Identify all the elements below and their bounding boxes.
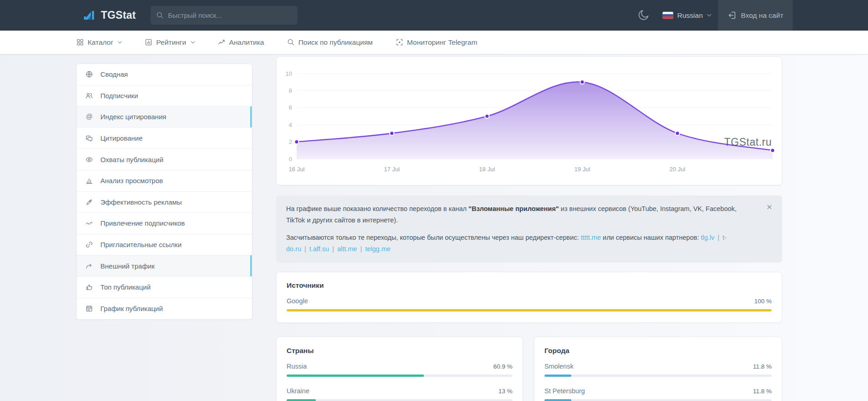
sidebar-item-label: График публикаций <box>100 305 163 312</box>
nav-label: Рейтинги <box>156 38 186 47</box>
sidebar-item-post-schedule[interactable]: График публикаций <box>77 298 252 320</box>
login-button[interactable]: Вход на сайт <box>718 0 793 31</box>
close-icon[interactable]: × <box>767 202 772 211</box>
country-row: Russia 60.9 % <box>287 363 512 377</box>
moon-icon <box>637 9 651 21</box>
sidebar-item-citation[interactable]: Цитирование <box>77 128 252 149</box>
svg-text:2: 2 <box>289 138 292 145</box>
nav-item-catalog[interactable]: Каталог <box>76 38 122 47</box>
source-label: Google <box>287 297 308 305</box>
nav-item-analytics[interactable]: Аналитика <box>218 38 264 47</box>
users-icon <box>85 92 93 100</box>
info-paragraph-1: На графике выше показано количество пере… <box>286 203 744 226</box>
sidebar-item-invite-links[interactable]: Пригласительные ссылки <box>77 234 252 256</box>
external-traffic-chart-card: 024681016 Jul17 Jul18 Jul19 Jul20 Jul TG… <box>276 56 782 185</box>
search-input[interactable] <box>168 11 292 19</box>
partner-link[interactable]: t.aff.su <box>309 245 329 253</box>
sidebar-item-summary[interactable]: Сводная <box>77 64 252 85</box>
rocket-icon <box>85 198 93 206</box>
city-row: St Petersburg 11.8 % <box>544 387 772 401</box>
language-selector[interactable]: Russian <box>663 0 711 31</box>
sidebar-item-label: Топ публикаций <box>100 283 151 291</box>
sidebar-item-label: Внешний трафик <box>100 262 155 270</box>
svg-text:16 Jul: 16 Jul <box>289 166 305 173</box>
traffic-chart-svg: 024681016 Jul17 Jul18 Jul19 Jul20 Jul <box>277 57 782 185</box>
source-row: Google 100 % <box>287 297 772 311</box>
grid-icon <box>76 38 84 46</box>
link-icon <box>85 241 93 248</box>
country-row: Ukraine 13 % <box>287 387 512 401</box>
city-value: 11.8 % <box>753 363 772 370</box>
redirect-service-link[interactable]: ttttt.me <box>580 234 601 241</box>
nav-item-post-search[interactable]: Поиск по публикациям <box>287 38 373 47</box>
sidebar-item-label: Цитирование <box>100 134 143 142</box>
city-label: St Petersburg <box>544 387 585 395</box>
nav-label: Мониторинг Telegram <box>407 38 477 47</box>
sidebar-item-citation-index[interactable]: @ Индекс цитирования <box>77 106 252 128</box>
sidebar-item-external-traffic[interactable]: Внешний трафик <box>77 255 252 277</box>
svg-text:8: 8 <box>289 87 292 94</box>
scan-target-icon <box>396 38 403 46</box>
thumbs-up-icon <box>85 283 93 291</box>
trend-line-icon <box>218 38 225 46</box>
tgstat-watermark: TGStat.ru <box>724 136 772 148</box>
dark-mode-toggle[interactable] <box>637 9 651 22</box>
progress-track <box>287 309 772 311</box>
progress-track <box>287 399 512 401</box>
source-value: 100 % <box>754 298 772 305</box>
country-label: Ukraine <box>287 387 309 395</box>
globe-icon <box>85 70 93 78</box>
city-value: 11.8 % <box>753 388 772 395</box>
progress-fill <box>287 399 316 401</box>
sidebar-item-label: Подписчики <box>100 92 138 100</box>
sources-title: Источники <box>287 281 772 290</box>
sidebar-item-subscriber-acquisition[interactable]: Привлечение подписчиков <box>77 213 252 234</box>
sidebar-item-label: Индекс цитирования <box>100 113 166 121</box>
country-value: 13 % <box>498 388 512 395</box>
svg-text:6: 6 <box>289 104 292 111</box>
bar-chart-square-icon <box>145 38 152 46</box>
chevron-down-icon <box>707 14 711 17</box>
login-label: Вход на сайт <box>741 11 784 20</box>
sidebar-item-top-posts[interactable]: Топ публикаций <box>77 277 252 298</box>
sources-card: Источники Google 100 % <box>276 272 782 323</box>
sidebar-item-ad-effectiveness[interactable]: Эффективность рекламы <box>77 192 252 213</box>
nav-item-telegram-monitoring[interactable]: Мониторинг Telegram <box>396 38 477 47</box>
channel-name: "Взломанные приложения" <box>469 205 559 212</box>
svg-text:4: 4 <box>289 121 292 128</box>
info-paragraph-2: Засчитываются только те переходы, которы… <box>286 232 744 255</box>
redirect-arrow-icon <box>85 262 93 270</box>
partner-link[interactable]: telgg.me <box>365 245 391 253</box>
top-navbar: TGStat Russian Вход на сайт <box>0 0 868 31</box>
sidebar-item-label: Охваты публикаций <box>100 156 163 164</box>
svg-text:17 Jul: 17 Jul <box>384 166 400 173</box>
tgstat-logo[interactable]: TGStat <box>82 0 136 31</box>
info-text: На графике выше показано количество пере… <box>286 205 469 212</box>
chat-bubbles-icon <box>85 134 93 142</box>
search-icon <box>287 38 295 46</box>
sidebar-item-views-analysis[interactable]: Анализ просмотров <box>77 170 252 192</box>
city-row: Smolensk 11.8 % <box>544 363 772 377</box>
sidebar-item-label: Пригласительные ссылки <box>100 241 182 248</box>
wave-line-icon <box>85 219 93 227</box>
quick-search[interactable] <box>151 6 298 25</box>
channel-sidebar: Сводная Подписчики @ Индекс цитирования … <box>76 63 252 320</box>
partner-link[interactable]: altt.me <box>337 245 357 253</box>
progress-track <box>544 399 772 401</box>
sidebar-item-post-reach[interactable]: Охваты публикаций <box>77 149 252 170</box>
separator: | <box>360 245 362 253</box>
progress-fill <box>287 375 424 377</box>
separator: | <box>718 234 720 241</box>
sidebar-item-subscribers[interactable]: Подписчики <box>77 85 252 107</box>
at-sign-icon: @ <box>85 113 93 121</box>
chart-info-box: × На графике выше показано количество пе… <box>276 195 782 263</box>
nav-item-ratings[interactable]: Рейтинги <box>145 38 195 47</box>
partner-link[interactable]: tlg.lv <box>701 234 715 241</box>
chevron-down-icon <box>118 41 122 44</box>
chevron-down-icon <box>191 41 195 44</box>
progress-fill <box>544 399 571 401</box>
svg-text:19 Jul: 19 Jul <box>574 166 590 173</box>
svg-text:10: 10 <box>286 70 292 77</box>
city-label: Smolensk <box>544 363 574 370</box>
eye-icon <box>85 156 93 164</box>
